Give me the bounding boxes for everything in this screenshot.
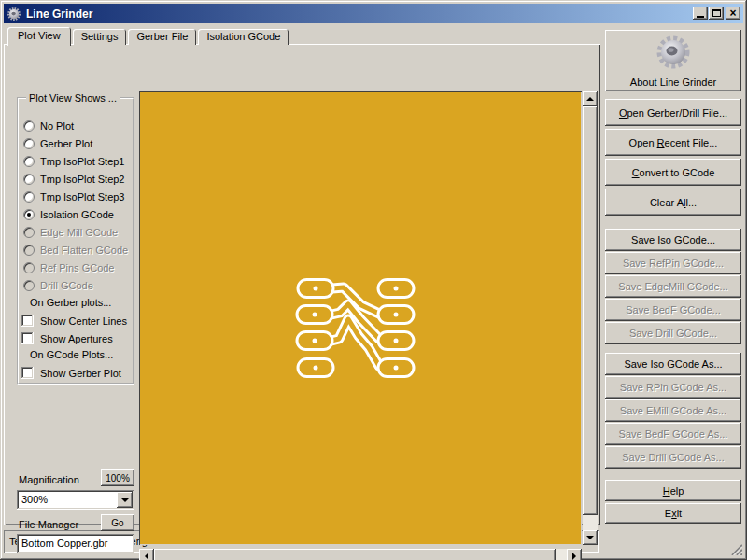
groupbox-title: Plot View Shows ... <box>26 92 120 104</box>
radio-no-plot[interactable] <box>23 120 35 132</box>
file-button-group: Open Gerber/Drill File...Open Recent Fil… <box>605 99 741 216</box>
radio-row: No Plot <box>19 117 134 134</box>
exit-button[interactable]: Exit <box>605 503 741 524</box>
checkbox-label-show-center-lines: Show Center Lines <box>40 315 127 327</box>
file-manager-filename-field[interactable]: Bottom Copper.gbr <box>17 534 134 553</box>
radio-gerber-plot[interactable] <box>23 138 35 149</box>
convert-to-gcode-button[interactable]: Convert to GCode <box>605 159 741 186</box>
radio-label-tmp-isoplot-step2: Tmp IsoPlot Step2 <box>40 174 125 185</box>
scroll-right-icon <box>572 553 576 560</box>
checkbox-show-gerber-plot[interactable] <box>21 367 34 379</box>
tab-settings[interactable]: Settings <box>73 29 127 45</box>
radio-row: Tmp IsoPlot Step2 <box>19 170 134 188</box>
pcb-isolation-plot <box>140 92 581 544</box>
magnification-combobox[interactable]: 300% <box>17 490 134 510</box>
save-edgemill-gcode-button: Save EdgeMill GCode... <box>605 275 741 298</box>
save-refpin-gcode-button: Save RefPin GCode... <box>605 252 741 274</box>
checkbox-label-show-apertures: Show Apertures <box>40 333 113 344</box>
chevron-down-icon <box>121 498 129 502</box>
plot-view-tab-page: Plot View Shows ... No PlotGerber PlotTm… <box>4 44 600 525</box>
minimize-button[interactable] <box>693 7 708 20</box>
save-emill-gcode-as-button: Save EMill GCode As... <box>605 399 741 422</box>
scroll-up-button[interactable] <box>583 91 598 106</box>
save-drill-gcode-button: Save Drill GCode... <box>605 322 741 344</box>
radio-row: Gerber Plot <box>19 134 134 152</box>
radio-label-ref-pins-gcode: Ref Pins GCode <box>40 262 114 273</box>
checkbox-show-apertures[interactable] <box>21 332 34 344</box>
plot-type-radio-list: No PlotGerber PlotTmp IsoPlot Step1Tmp I… <box>19 117 134 294</box>
maximize-icon <box>712 9 721 17</box>
radio-tmp-isoplot-step1[interactable] <box>23 156 35 167</box>
scroll-down-icon <box>586 536 594 539</box>
check-row: Show Gerber Plot <box>19 364 134 382</box>
tab-isolation-gcode[interactable]: Isolation GCode <box>198 29 289 45</box>
scroll-right-button[interactable] <box>567 549 582 560</box>
scroll-down-button[interactable] <box>583 530 598 545</box>
tab-gerber-file[interactable]: Gerber File <box>128 29 196 45</box>
tab-strip: Plot ViewSettingsGerber FileIsolation GC… <box>7 27 290 45</box>
checkbox-show-center-lines[interactable] <box>21 315 34 327</box>
maximize-button[interactable] <box>709 7 724 20</box>
close-icon: × <box>729 8 736 18</box>
on-gcode-plots-label: On GCode Plots... <box>30 349 113 360</box>
radio-label-isolation-gcode: Isolation GCode <box>40 209 114 220</box>
resize-grip-icon[interactable] <box>729 542 742 555</box>
close-button[interactable]: × <box>726 7 740 20</box>
tab-plot-view[interactable]: Plot View <box>7 27 71 46</box>
about-line-grinder-button[interactable]: About Line Grinder <box>605 30 741 91</box>
radio-label-drill-gcode: Drill GCode <box>40 280 93 291</box>
scroll-up-icon <box>586 97 594 101</box>
save-drill-gcode-as-button: Save Drill GCode As... <box>605 446 741 469</box>
radio-label-tmp-isoplot-step3: Tmp IsoPlot Step3 <box>40 191 125 203</box>
radio-label-edge-mill-gcode: Edge Mill GCode <box>40 227 118 238</box>
radio-edge-mill-gcode <box>23 227 35 238</box>
radio-row: Drill GCode <box>19 276 134 294</box>
file-manager-label: File Manager <box>19 519 78 530</box>
title-bar[interactable]: Line Grinder × <box>4 4 743 23</box>
horizontal-scrollbar[interactable] <box>139 549 582 560</box>
radio-tmp-isoplot-step2[interactable] <box>23 174 35 185</box>
clear-all-button[interactable]: Clear All... <box>605 189 741 216</box>
open-recent-file-button[interactable]: Open Recent File... <box>605 129 741 156</box>
radio-row: Tmp IsoPlot Step3 <box>19 188 134 205</box>
checkbox-label-show-gerber-plot: Show Gerber Plot <box>40 368 121 379</box>
open-gerber-drill-file-button[interactable]: Open Gerber/Drill File... <box>605 99 741 126</box>
magnification-label: Magnification <box>19 474 79 485</box>
horizontal-scroll-thumb[interactable] <box>154 549 556 560</box>
save-button-group: Save Iso GCode...Save RefPin GCode...Sav… <box>605 229 741 344</box>
app-window: Line Grinder × Plot ViewSettingsGerber F… <box>0 0 747 560</box>
gerber-checkbox-list: Show Center LinesShow Apertures <box>19 312 134 347</box>
help-button[interactable]: Help <box>605 480 741 501</box>
radio-row: Bed Flatten GCode <box>19 241 134 259</box>
radio-label-gerber-plot: Gerber Plot <box>40 138 92 149</box>
radio-row: Tmp IsoPlot Step1 <box>19 152 134 170</box>
radio-tmp-isoplot-step3[interactable] <box>23 191 35 203</box>
combobox-dropdown-button[interactable] <box>117 492 133 508</box>
radio-label-bed-flatten-gcode: Bed Flatten GCode <box>40 245 128 256</box>
radio-label-tmp-isoplot-step1: Tmp IsoPlot Step1 <box>40 156 125 167</box>
filename-text: Bottom Copper.gbr <box>21 538 107 549</box>
scroll-left-icon <box>145 553 148 560</box>
magnification-100-button[interactable]: 100% <box>101 469 134 486</box>
save-rpin-gcode-as-button: Save RPin GCode As... <box>605 376 741 399</box>
check-row: Show Apertures <box>19 329 134 347</box>
radio-label-no-plot: No Plot <box>40 120 74 132</box>
save-bedf-gcode-as-button: Save BedF GCode As... <box>605 423 741 445</box>
gear-icon <box>655 34 692 71</box>
vertical-scrollbar[interactable] <box>583 91 598 545</box>
vertical-scroll-thumb[interactable] <box>583 106 598 515</box>
about-button-label: About Line Grinder <box>630 77 716 88</box>
radio-isolation-gcode[interactable] <box>23 209 35 220</box>
save-iso-gcode-as-button[interactable]: Save Iso GCode As... <box>605 353 741 375</box>
scroll-left-button[interactable] <box>139 549 154 560</box>
window-title: Line Grinder <box>26 7 92 21</box>
save-as-button-group: Save Iso GCode As...Save RPin GCode As..… <box>605 353 741 469</box>
radio-ref-pins-gcode <box>23 262 35 273</box>
file-manager-go-button[interactable]: Go <box>101 514 134 531</box>
radio-drill-gcode <box>23 280 35 291</box>
plot-canvas[interactable] <box>139 91 582 545</box>
minimize-icon <box>697 16 704 18</box>
radio-row: Edge Mill GCode <box>19 223 134 241</box>
save-iso-gcode-button[interactable]: Save Iso GCode... <box>605 229 741 251</box>
save-bedf-gcode-button: Save BedF GCode... <box>605 299 741 321</box>
